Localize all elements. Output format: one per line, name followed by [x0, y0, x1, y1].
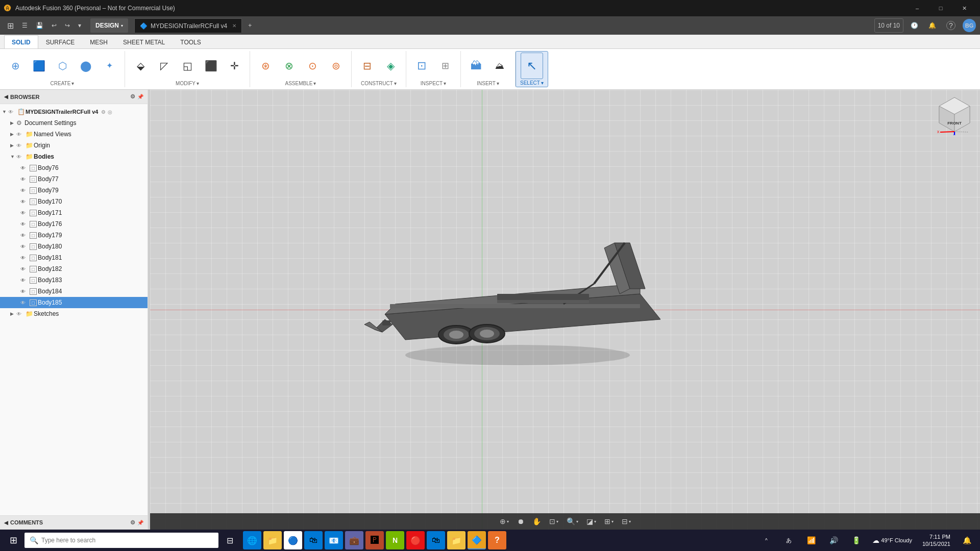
- comments-pin-icon[interactable]: 📌: [137, 520, 143, 525]
- inspect-label[interactable]: INSPECT ▾: [421, 81, 446, 86]
- chrome-app[interactable]: 🔵: [284, 531, 302, 549]
- inspect-2-button[interactable]: ⊞: [434, 53, 456, 79]
- browser-body181[interactable]: 👁 □ Body181: [0, 252, 148, 263]
- browser-body170[interactable]: 👁 □ Body170: [0, 196, 148, 207]
- construct-label[interactable]: CONSTRUCT ▾: [361, 81, 397, 86]
- insert-2-button[interactable]: ⛰: [488, 53, 511, 79]
- battery-icon-tray[interactable]: 🔋: [847, 531, 865, 549]
- amd-app[interactable]: 🔴: [406, 531, 425, 549]
- search-input[interactable]: [41, 537, 213, 544]
- ms-teams-app[interactable]: 💼: [345, 531, 363, 549]
- notification-button[interactable]: 🔔: [958, 531, 976, 549]
- close-button[interactable]: ✕: [952, 0, 976, 16]
- redo-button[interactable]: ↪: [62, 18, 73, 33]
- bodies-visibility-icon[interactable]: 👁: [16, 154, 24, 160]
- clock-button[interactable]: 🕐: [908, 18, 921, 33]
- assemble-4-button[interactable]: ⊚: [325, 53, 347, 79]
- insert-1-button[interactable]: 🏔: [465, 53, 487, 79]
- browser-body184[interactable]: 👁 □ Body184: [0, 286, 148, 297]
- move-button[interactable]: ✛: [223, 53, 246, 79]
- construct-1-button[interactable]: ⊟: [356, 53, 378, 79]
- browser-sketches[interactable]: ▶ 👁 📁 Sketches: [0, 308, 148, 319]
- browser-origin[interactable]: ▶ 👁 📁 Origin: [0, 140, 148, 151]
- browser-root-item[interactable]: ▼ 👁 📋 MYDESIGNTrailerRCFull v4 ⚙ ◎: [0, 106, 148, 117]
- edge-browser-app[interactable]: 🌐: [243, 531, 261, 549]
- body180-visibility-icon[interactable]: 👁: [20, 244, 29, 249]
- browser-collapse-icon[interactable]: ◀: [4, 94, 8, 99]
- combine-button[interactable]: ⬛: [200, 53, 222, 79]
- browser-bodies[interactable]: ▼ 👁 📁 Bodies: [0, 151, 148, 162]
- design-dropdown[interactable]: DESIGN ▾: [90, 18, 128, 33]
- nvidia-app[interactable]: N: [386, 531, 404, 549]
- doc-tab-close-icon[interactable]: ✕: [232, 23, 236, 29]
- browser-body79[interactable]: 👁 □ Body79: [0, 185, 148, 196]
- tab-surface[interactable]: SURFACE: [38, 35, 83, 48]
- volume-icon-tray[interactable]: 🔊: [824, 531, 843, 549]
- orbit-button[interactable]: ⊕ ▾: [498, 514, 511, 529]
- grid-toggle-button[interactable]: ⊞ ▾: [602, 514, 616, 529]
- browser-body185[interactable]: 👁 □ Body185: [0, 297, 148, 308]
- browser-body180[interactable]: 👁 □ Body180: [0, 241, 148, 252]
- body182-visibility-icon[interactable]: 👁: [20, 266, 29, 272]
- body79-visibility-icon[interactable]: 👁: [20, 188, 29, 193]
- viewport[interactable]: FRONT Z X ⊕ ▾ ⏺ ✋: [150, 90, 980, 530]
- file-explorer-app[interactable]: 📁: [263, 531, 282, 549]
- cylinder-button[interactable]: ⬡: [51, 53, 74, 79]
- powerpoint-app[interactable]: 🅿: [365, 531, 384, 549]
- document-tab[interactable]: 🔷 MYDESIGNTrailerRCFull v4 ✕: [134, 18, 242, 33]
- folder-app[interactable]: 📁: [447, 531, 465, 549]
- notifications-button[interactable]: 🔔: [925, 18, 939, 33]
- box-button[interactable]: 🟦: [28, 53, 50, 79]
- inspect-1-button[interactable]: ⊡: [410, 53, 433, 79]
- insert-label[interactable]: INSERT ▾: [477, 81, 499, 86]
- display-mode-button[interactable]: ◪ ▾: [584, 514, 598, 529]
- store2-app[interactable]: 🛍: [427, 531, 445, 549]
- tab-sheet-metal[interactable]: SHEET METAL: [115, 35, 173, 48]
- body171-visibility-icon[interactable]: 👁: [20, 210, 29, 216]
- root-visibility-icon[interactable]: 👁: [8, 109, 16, 115]
- shell-button[interactable]: ◱: [176, 53, 199, 79]
- search-bar[interactable]: 🔍: [24, 533, 218, 548]
- create-label[interactable]: CREATE ▾: [51, 81, 75, 86]
- assemble-3-button[interactable]: ⊙: [301, 53, 324, 79]
- tab-solid[interactable]: SOLID: [4, 35, 38, 48]
- system-tray-chevron[interactable]: ^: [757, 531, 775, 549]
- browser-body171[interactable]: 👁 □ Body171: [0, 207, 148, 218]
- new-component-button[interactable]: ⊕: [4, 53, 27, 79]
- browser-body182[interactable]: 👁 □ Body182: [0, 263, 148, 274]
- help-button[interactable]: ?: [943, 18, 959, 33]
- outlook-app[interactable]: 📧: [325, 531, 343, 549]
- fusion360-app[interactable]: 🔷: [468, 531, 486, 549]
- zoom-button[interactable]: 🔍 ▾: [565, 514, 580, 529]
- menu-button[interactable]: ☰: [19, 18, 31, 33]
- body176-visibility-icon[interactable]: 👁: [20, 221, 29, 227]
- browser-doc-settings[interactable]: ▶ ⚙ Document Settings: [0, 117, 148, 129]
- tab-tools[interactable]: TOOLS: [173, 35, 208, 48]
- record-button[interactable]: ⏺: [515, 514, 526, 529]
- comments-collapse-icon[interactable]: ◀: [4, 520, 8, 525]
- body184-visibility-icon[interactable]: 👁: [20, 289, 29, 294]
- fillet-button[interactable]: ◸: [153, 53, 175, 79]
- weather-display[interactable]: ☁ 49°F Cloudy: [869, 536, 915, 544]
- more-icon-button[interactable]: ▾: [75, 18, 84, 33]
- root-target-icon[interactable]: ◎: [108, 109, 112, 115]
- undo-button[interactable]: ↩: [48, 18, 60, 33]
- ime-icon[interactable]: あ: [779, 531, 798, 549]
- axis-cube[interactable]: FRONT Z X: [934, 95, 975, 136]
- start-button[interactable]: ⊞: [4, 531, 22, 549]
- help-center-app[interactable]: ?: [488, 531, 506, 549]
- save-button[interactable]: 💾: [33, 18, 46, 33]
- browser-body179[interactable]: 👁 □ Body179: [0, 230, 148, 241]
- minimize-button[interactable]: –: [905, 0, 929, 16]
- user-avatar[interactable]: BG: [963, 19, 976, 32]
- more-create-button[interactable]: ✦: [98, 53, 120, 79]
- ms-store-app[interactable]: 🛍: [304, 531, 323, 549]
- modify-label[interactable]: MODIFY ▾: [176, 81, 199, 86]
- named-views-visibility-icon[interactable]: 👁: [16, 132, 24, 137]
- body181-visibility-icon[interactable]: 👁: [20, 255, 29, 261]
- assemble-2-button[interactable]: ⊗: [278, 53, 300, 79]
- browser-body183[interactable]: 👁 □ Body183: [0, 274, 148, 286]
- assemble-1-button[interactable]: ⊛: [254, 53, 277, 79]
- origin-visibility-icon[interactable]: 👁: [16, 143, 24, 148]
- browser-body176[interactable]: 👁 □ Body176: [0, 218, 148, 230]
